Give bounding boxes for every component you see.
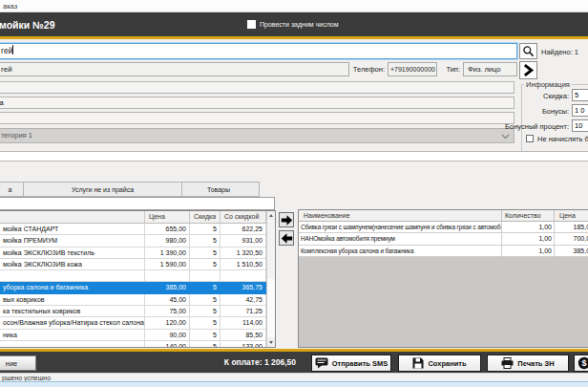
price-table-row[interactable]: уборка салона и багажника385,005365,75	[0, 282, 266, 293]
cell	[190, 270, 220, 282]
search-icon	[522, 45, 535, 57]
note-button[interactable]: ние	[0, 355, 36, 371]
discount-label: Скидка:	[496, 92, 569, 100]
cell: ника	[0, 330, 145, 341]
accent-line	[0, 36, 588, 39]
order-table-header: Наименование Количество Цена	[299, 210, 588, 222]
cell: 75,00	[145, 306, 190, 317]
bonus-percent-input[interactable]: 10	[572, 119, 588, 132]
cell: мойка СТАНДАРТ	[0, 224, 145, 235]
order-table-row[interactable]: НАНОмойка автомобиля премиум1,00700,00	[299, 233, 588, 245]
order-items-table: Наименование Количество Цена Сбивка гряз…	[298, 209, 588, 348]
order-table-row[interactable]: Сбивка грязи с шампунем(нанесение шампун…	[299, 222, 588, 233]
discount-input[interactable]: 5	[572, 89, 588, 101]
price-table-row[interactable]: вых ковриков45,00542,75	[0, 294, 266, 306]
pay-button[interactable]: $	[574, 355, 588, 372]
status-bar: ршено успешно	[0, 373, 588, 381]
cell: 114,00	[220, 317, 266, 329]
cell: 5	[190, 247, 220, 259]
order-table-row[interactable]: Комплексная уборка салона и багажника1,0…	[299, 246, 588, 257]
column-header-qty[interactable]: Количество	[502, 210, 555, 222]
column-header-name[interactable]: Наименование	[299, 210, 502, 222]
tab-goods[interactable]: Товары	[182, 183, 255, 196]
price-table-row[interactable]: мойка ЭКСКЛЮЗИВ кожа1 590,0051 510,50	[0, 259, 266, 270]
price-table-row[interactable]: мойка СТАНДАРТ655,005622,25	[0, 224, 266, 235]
column-header-price[interactable]: Цена	[555, 210, 588, 222]
scroll-down-icon[interactable]	[267, 337, 275, 347]
cell	[220, 270, 266, 282]
scrollbar-thumb[interactable]	[267, 222, 275, 279]
cell: 140,00	[145, 341, 190, 348]
service-filter-input[interactable]	[0, 197, 275, 210]
price-table-scrollbar[interactable]	[266, 211, 275, 347]
cell: 5	[190, 224, 220, 235]
column-header-price[interactable]: Цена	[145, 211, 190, 224]
category-dropdown[interactable]: тегория 1	[0, 128, 514, 143]
cell: 5	[190, 259, 220, 270]
cell: 1 390,00	[145, 247, 190, 259]
text-caret	[12, 45, 13, 54]
cell: Сбивка грязи с шампунем(нанесение шампун…	[299, 222, 502, 233]
send-sms-button[interactable]: Отправить SMS	[311, 355, 391, 372]
cell: 45,00	[145, 294, 190, 306]
search-button[interactable]	[519, 43, 537, 59]
dollar-icon: $	[578, 356, 588, 370]
cell: 90,00	[145, 330, 190, 341]
tab-price-services[interactable]: а	[0, 183, 24, 196]
type-label: Тип:	[428, 65, 460, 74]
price-table-row[interactable]: осон/Влажная уборка/Натирка стекол салон…	[0, 317, 266, 329]
cell: Комплексная уборка салона и багажника	[299, 246, 502, 257]
next-client-button[interactable]	[519, 61, 537, 79]
bonus-input[interactable]: 1 0	[572, 104, 588, 117]
cell: 5	[190, 235, 220, 247]
cell	[0, 341, 145, 348]
cell: 85,50	[220, 330, 266, 341]
price-table-row[interactable]	[0, 270, 266, 282]
window-titlebar: аказ	[0, 0, 588, 12]
cell: НАНОмойка автомобиля премиум	[299, 233, 502, 245]
price-table-row[interactable]: мойка ЭКСКЛЮЗИВ текстиль1 390,0051 320,5…	[0, 247, 266, 259]
type-input[interactable]: Физ. лицо	[463, 62, 517, 76]
bonus-label: Бонусы:	[496, 107, 569, 116]
backdate-checkbox[interactable]	[247, 20, 256, 29]
price-table-row[interactable]: ника90,00585,50	[0, 330, 266, 341]
column-header-discount[interactable]: Скидка	[190, 211, 220, 224]
tab-custom-services[interactable]: Услуги не из прайса	[24, 183, 182, 196]
arrow-right-icon	[281, 214, 293, 226]
cell: осон/Влажная уборка/Натирка стекол салон…	[0, 317, 145, 329]
save-button[interactable]: Сохранить	[398, 355, 481, 372]
cell: 42,75	[220, 294, 266, 306]
column-header-discounted[interactable]: Со скидкой	[220, 211, 266, 224]
cell: 5	[190, 282, 220, 293]
client-extra-field[interactable]	[0, 81, 514, 94]
price-list-table: Цена Скидка Со скидкой мойка СТАНДАРТ655…	[0, 210, 276, 348]
found-count-label: Найдено: 1	[541, 48, 578, 56]
client-search-input[interactable]: гей	[0, 43, 517, 59]
client-name-field[interactable]: гей	[0, 62, 349, 76]
price-table-row[interactable]: мойка ПРЕМИУМ980,005931,00	[0, 235, 266, 247]
add-service-button[interactable]	[279, 212, 294, 227]
remove-service-button[interactable]	[279, 230, 294, 246]
cell: 5	[190, 294, 220, 306]
printer-icon	[501, 357, 514, 369]
no-bonus-checkbox[interactable]	[526, 135, 534, 142]
car-field[interactable]: га	[0, 97, 514, 109]
column-header-name[interactable]	[0, 211, 145, 224]
car-extra-field[interactable]	[0, 112, 514, 124]
services-tabstrip: а Услуги не из прайса Товары	[0, 182, 260, 197]
backdate-label: Провести задним числом	[260, 21, 339, 28]
price-table-row[interactable]: 140,005133,00	[0, 341, 266, 348]
price-table-header: Цена Скидка Со скидкой	[0, 211, 266, 224]
price-table-row[interactable]: ка текстильных ковриков75,00571,25	[0, 306, 266, 317]
chevron-down-icon	[501, 134, 510, 140]
bonus-percent-label: Бонусный процент:	[458, 122, 569, 131]
cell: вых ковриков	[0, 294, 145, 306]
print-button[interactable]: Печать ЗН	[487, 355, 569, 372]
cell: 71,25	[220, 306, 266, 317]
cell: уборка салона и багажника	[0, 282, 145, 293]
cell: 5	[190, 330, 220, 341]
cell: 655,00	[145, 224, 190, 235]
cell: мойка ЭКСКЛЮЗИВ текстиль	[0, 247, 145, 259]
scroll-up-icon[interactable]	[267, 211, 275, 221]
sms-icon	[315, 357, 328, 369]
